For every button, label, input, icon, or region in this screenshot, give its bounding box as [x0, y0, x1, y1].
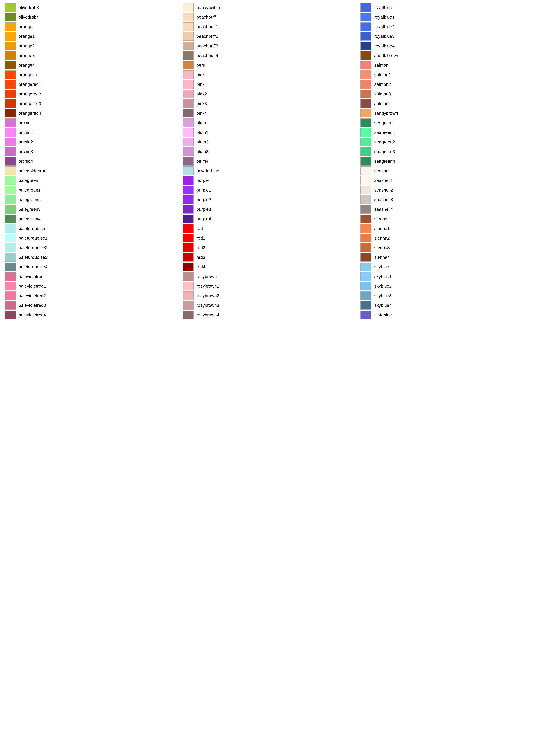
list-item: rosybrown3: [183, 301, 360, 310]
color-name: orchid3: [19, 149, 33, 154]
color-swatch: [5, 263, 16, 271]
list-item: palegreen1: [5, 186, 183, 194]
color-swatch: [183, 186, 194, 194]
list-item: paleturquoise1: [5, 234, 183, 242]
list-item: salmon4: [360, 99, 538, 108]
color-name: orchid: [19, 120, 31, 125]
color-name: orchid4: [19, 159, 33, 164]
color-name: peachpuff1: [197, 24, 218, 29]
color-name: pink2: [197, 92, 207, 97]
list-item: plum2: [183, 138, 360, 146]
color-swatch: [360, 157, 371, 166]
color-name: red: [197, 226, 203, 231]
list-item: orange2: [5, 42, 183, 50]
color-swatch: [5, 205, 16, 214]
color-name: salmon4: [374, 101, 391, 106]
list-item: red2: [183, 243, 360, 252]
list-item: paleturquoise: [5, 224, 183, 233]
list-item: royalblue2: [360, 22, 538, 31]
color-swatch: [5, 13, 16, 21]
list-item: orange1: [5, 32, 183, 41]
list-item: palegoldenrod: [5, 166, 183, 175]
color-swatch: [360, 80, 371, 89]
list-item: skyblue: [360, 263, 538, 271]
list-item: salmon1: [360, 70, 538, 79]
list-item: pink3: [183, 99, 360, 108]
list-item: royalblue1: [360, 13, 538, 21]
list-item: sienna4: [360, 253, 538, 262]
color-swatch: [183, 80, 194, 89]
color-name: salmon2: [374, 82, 391, 87]
color-name: pink1: [197, 82, 207, 87]
list-item: seashell3: [360, 195, 538, 204]
color-name: sienna2: [374, 236, 390, 241]
color-name: peru: [197, 63, 205, 68]
list-item: sienna3: [360, 243, 538, 252]
list-item: paleturquoise3: [5, 253, 183, 262]
color-swatch: [360, 99, 371, 108]
color-name: red3: [197, 255, 205, 260]
color-swatch: [5, 147, 16, 156]
color-swatch: [5, 128, 16, 137]
color-grid: olivedrab3olivedrab4orangeorange1orange2…: [5, 3, 538, 320]
color-name: purple4: [197, 216, 211, 221]
color-swatch: [183, 147, 194, 156]
color-name: peachpuff3: [197, 43, 218, 49]
list-item: seagreen1: [360, 128, 538, 137]
list-item: pink: [183, 70, 360, 79]
color-swatch: [360, 13, 371, 21]
color-name: sienna: [374, 216, 387, 221]
list-item: orangered1: [5, 80, 183, 89]
color-name: palevioletred4: [19, 312, 46, 318]
color-name: paleturquoise4: [19, 264, 48, 269]
color-swatch: [5, 61, 16, 69]
color-swatch: [5, 301, 16, 310]
color-name: orangered1: [19, 82, 41, 87]
color-name: seagreen4: [374, 159, 395, 164]
color-swatch: [183, 215, 194, 223]
list-item: salmon2: [360, 80, 538, 89]
column-0: olivedrab3olivedrab4orangeorange1orange2…: [5, 3, 183, 320]
color-name: royalblue2: [374, 24, 394, 29]
list-item: rosybrown1: [183, 282, 360, 290]
color-name: orchid2: [19, 140, 33, 145]
color-name: royalblue3: [374, 34, 394, 39]
color-swatch: [360, 166, 371, 175]
color-name: seagreen: [374, 120, 393, 125]
color-swatch: [5, 22, 16, 31]
list-item: seagreen4: [360, 157, 538, 166]
color-name: palegreen3: [19, 207, 41, 212]
color-swatch: [5, 291, 16, 300]
color-name: palegreen2: [19, 197, 41, 202]
color-name: red2: [197, 245, 205, 250]
color-name: rosybrown1: [197, 284, 219, 289]
color-name: skyblue3: [374, 293, 392, 298]
color-swatch: [183, 272, 194, 281]
list-item: powderblue: [183, 166, 360, 175]
color-name: paleturquoise3: [19, 255, 48, 260]
color-swatch: [360, 263, 371, 271]
list-item: purple3: [183, 205, 360, 214]
color-swatch: [360, 195, 371, 204]
color-name: rosybrown2: [197, 293, 219, 298]
color-name: paleturquoise1: [19, 236, 48, 241]
color-swatch: [183, 195, 194, 204]
color-name: seashell: [374, 168, 390, 173]
color-name: plum: [197, 120, 206, 125]
color-swatch: [183, 99, 194, 108]
color-name: orange: [19, 24, 32, 29]
color-name: peachpuff4: [197, 53, 218, 58]
color-swatch: [183, 243, 194, 252]
color-swatch: [5, 234, 16, 242]
color-swatch: [360, 61, 371, 69]
list-item: palevioletred4: [5, 311, 183, 319]
color-swatch: [360, 205, 371, 214]
color-swatch: [5, 272, 16, 281]
list-item: paleturquoise4: [5, 263, 183, 271]
list-item: palevioletred2: [5, 291, 183, 300]
list-item: peachpuff3: [183, 42, 360, 50]
color-swatch: [183, 51, 194, 60]
list-item: skyblue4: [360, 301, 538, 310]
color-name: seashell1: [374, 178, 393, 183]
color-swatch: [5, 118, 16, 127]
